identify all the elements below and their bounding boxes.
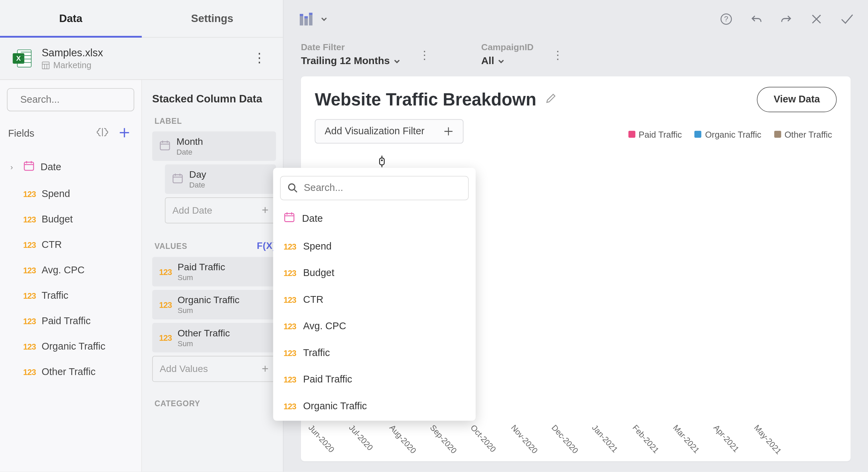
undo-button[interactable] (748, 10, 765, 27)
campaign-filter-value[interactable]: All (481, 55, 533, 67)
pill-main: Day (189, 169, 206, 180)
field-item[interactable]: 123Budget (5, 206, 137, 232)
x-axis-label: Feb-2021 (614, 417, 663, 466)
value-pill[interactable]: 123Other TrafficSum (152, 323, 276, 352)
date-filter-more[interactable]: ⋮ (415, 43, 434, 66)
fields-search[interactable] (7, 88, 134, 111)
popup-field-item[interactable]: 123Paid Traffic (273, 366, 476, 393)
category-section-title: CATEGORY (155, 399, 276, 408)
number-type-icon: 123 (23, 240, 36, 249)
x-axis-label: Nov-2020 (492, 417, 541, 466)
legend-item: Paid Traffic (628, 129, 682, 139)
chevron-down-icon (320, 15, 327, 22)
x-axis-label: Jan-2021 (573, 417, 622, 466)
tab-settings[interactable]: Settings (141, 0, 283, 37)
svg-rect-32 (309, 13, 312, 15)
brain-icon[interactable] (94, 124, 111, 143)
popup-field-item[interactable]: 123Traffic (273, 340, 476, 367)
legend-label: Other Traffic (785, 129, 832, 139)
popup-field-item[interactable]: Date (273, 204, 476, 233)
popup-search[interactable] (280, 176, 469, 200)
calendar-icon (172, 172, 183, 186)
popup-item-label: Avg. CPC (303, 320, 346, 332)
view-data-button[interactable]: View Data (757, 87, 837, 112)
number-type-icon: 123 (283, 269, 296, 278)
svg-text:?: ? (724, 14, 728, 23)
popup-item-label: Date (302, 213, 323, 224)
number-type-icon: 123 (283, 242, 296, 251)
field-label: CTR (42, 239, 62, 251)
popup-field-item[interactable]: 123Avg. CPC (273, 313, 476, 340)
svg-rect-41 (285, 214, 294, 222)
date-filter-value[interactable]: Trailing 12 Months (301, 55, 400, 67)
x-axis-label: Dec-2020 (533, 417, 582, 466)
field-label: Avg. CPC (42, 264, 85, 276)
add-date-row[interactable]: Add Date+ (165, 197, 276, 223)
values-section-title: VALUES (155, 242, 188, 251)
field-item[interactable]: 123Paid Traffic (5, 309, 137, 334)
popup-item-label: Paid Traffic (303, 374, 352, 385)
number-type-icon: 123 (159, 333, 172, 342)
fields-search-input[interactable] (20, 94, 142, 105)
source-more-button[interactable]: ⋮ (247, 47, 272, 70)
close-button[interactable] (808, 10, 825, 27)
legend-label: Paid Traffic (639, 129, 682, 139)
x-axis-label: Jul-2020 (330, 417, 379, 466)
field-item[interactable]: 123Other Traffic (5, 359, 137, 385)
label-pill[interactable]: DayDate (165, 164, 276, 194)
add-field-button[interactable] (116, 124, 133, 143)
popup-field-item[interactable]: 123CTR (273, 287, 476, 313)
legend-label: Organic Traffic (705, 129, 761, 139)
svg-line-40 (294, 190, 297, 192)
number-type-icon: 123 (283, 322, 296, 331)
popup-search-input[interactable] (304, 182, 461, 194)
field-label: Traffic (42, 290, 68, 301)
field-item[interactable]: 123Avg. CPC (5, 257, 137, 283)
cursor-icon (377, 155, 388, 171)
label-pill[interactable]: MonthDate (152, 131, 276, 161)
field-item[interactable]: ›Date (5, 153, 137, 181)
legend-swatch (695, 131, 702, 138)
value-pill[interactable]: 123Organic TrafficSum (152, 290, 276, 319)
add-values-row[interactable]: Add Values+ (152, 356, 276, 382)
confirm-button[interactable] (838, 10, 856, 27)
number-type-icon: 123 (23, 317, 36, 326)
config-title: Stacked Column Data (152, 93, 276, 105)
search-icon (288, 183, 298, 193)
help-button[interactable]: ? (717, 10, 735, 27)
value-pill[interactable]: 123Paid TrafficSum (152, 257, 276, 287)
field-item[interactable]: 123Organic Traffic (5, 334, 137, 359)
popup-field-item[interactable]: 123Organic Traffic (273, 393, 476, 420)
campaign-filter-more[interactable]: ⋮ (549, 43, 567, 66)
plus-icon (443, 126, 454, 137)
tab-data[interactable]: Data (0, 0, 141, 37)
redo-button[interactable] (778, 10, 795, 27)
field-item[interactable]: 123Spend (5, 181, 137, 206)
fields-column: Fields ›Date123Spend123Budget123CTR123Av… (0, 80, 142, 472)
chart-type-icon (299, 11, 317, 26)
chart-type-button[interactable] (295, 8, 331, 30)
label-section-title: LABEL (155, 117, 276, 126)
legend-swatch (774, 131, 781, 138)
popup-item-label: CTR (303, 294, 323, 306)
popup-item-label: Budget (303, 267, 334, 279)
chart-title: Website Traffic Breakdown (315, 90, 536, 110)
legend-item: Other Traffic (774, 129, 832, 139)
config-column: Stacked Column Data LABEL MonthDateDayDa… (142, 80, 283, 472)
number-type-icon: 123 (23, 291, 36, 300)
edit-title-button[interactable] (545, 92, 557, 107)
table-icon (42, 61, 50, 69)
popup-field-item[interactable]: 123Budget (273, 260, 476, 287)
svg-point-45 (381, 159, 383, 161)
date-filter-label: Date Filter (301, 42, 400, 53)
field-picker-popup: Date123Spend123Budget123CTR123Avg. CPC12… (273, 168, 476, 421)
field-item[interactable]: 123CTR (5, 232, 137, 257)
number-type-icon: 123 (23, 368, 36, 377)
popup-item-label: Traffic (303, 347, 330, 359)
field-item[interactable]: 123Traffic (5, 283, 137, 309)
add-viz-filter-button[interactable]: Add Visualization Filter (315, 119, 463, 144)
legend-item: Organic Traffic (695, 129, 762, 139)
popup-field-item[interactable]: 123Spend (273, 233, 476, 260)
x-axis-label: Aug-2020 (371, 417, 420, 466)
popup-item-label: Spend (303, 241, 332, 252)
